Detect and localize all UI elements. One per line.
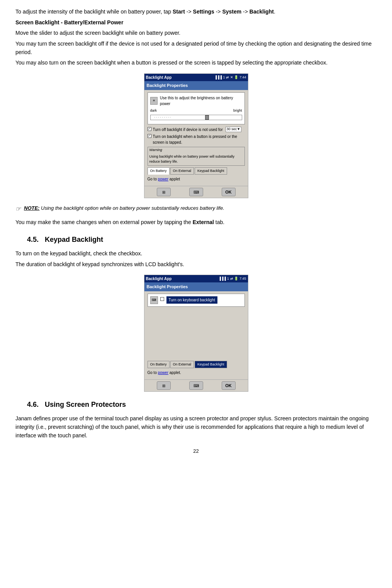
ok-btn-1[interactable]: OK xyxy=(222,188,236,196)
slider-thumb[interactable] xyxy=(205,115,209,120)
external-power-text: You may make the same changes when on ex… xyxy=(15,218,377,227)
start-btn-2[interactable]: ⊞ xyxy=(157,381,171,390)
device-blue-header-1: Backlight Properties xyxy=(144,81,248,90)
intro-arrow3: -> xyxy=(241,8,249,15)
section-46-p1: Janam defines proper use of the terminal… xyxy=(15,415,377,440)
other-icons-1: ⇌ ✕ 🔋 7:44 xyxy=(226,75,246,80)
keyboard-checkbox[interactable] xyxy=(160,297,164,301)
intro-p2: You may turn the screen backlight off if… xyxy=(15,40,377,56)
external-bold: External xyxy=(193,219,214,225)
keyboard-btn-1[interactable]: ⌨ xyxy=(189,188,203,196)
empty-content-area xyxy=(148,309,245,359)
page-number: 22 xyxy=(15,447,377,455)
status-icons-1: ▐▐▐ 1 ⇌ ✕ 🔋 7:44 xyxy=(214,75,246,80)
dropdown-1[interactable]: 30 sec ▼ xyxy=(226,127,241,132)
screenshot2-container: Backlight App ▐▐▐ 1 ⇌ 🔋 7:45 Backlight P… xyxy=(15,275,377,392)
device-screenshot-1: Backlight App ▐▐▐ 1 ⇌ ✕ 🔋 7:44 Backlight… xyxy=(144,73,248,198)
device-body-2: ⌨ Turn on keyboard backlight On Battery … xyxy=(144,291,248,380)
goto-power-row-2: Go to power applet. xyxy=(148,370,245,376)
dark-bright-labels: dark bright xyxy=(150,108,242,114)
section-45-num: 4.5. xyxy=(27,235,39,245)
external-end: tab. xyxy=(214,219,224,225)
device-title-bar-2: Backlight App ▐▐▐ 1 ⇌ 🔋 7:45 xyxy=(144,275,248,282)
checkbox-row-2: ✓ Turn on backlight when a button is pre… xyxy=(148,134,245,145)
checkbox-2[interactable]: ✓ xyxy=(148,134,151,138)
tab-on-external-1[interactable]: On External xyxy=(170,167,194,175)
intro-bold-settings: Settings xyxy=(193,8,214,15)
intro-bold-start: Start xyxy=(173,8,185,15)
section-46-heading-row: 4.6. Using Screen Protectors xyxy=(15,399,377,410)
slider-dots: · · · · · · · · · xyxy=(152,115,173,120)
status-icons-2: ▐▐▐ 1 ⇌ 🔋 7:45 xyxy=(219,276,246,282)
device-bottom-bar-2: ⊞ ⌨ OK xyxy=(144,379,248,391)
note-text-block: NOTE: Using the backlight option while o… xyxy=(24,204,224,212)
tab-on-battery-1[interactable]: On Battery xyxy=(148,167,170,175)
section-46-num: 4.6. xyxy=(27,399,39,410)
intro-arrow1: -> xyxy=(185,8,193,15)
brightness-slider[interactable]: · · · · · · · · · xyxy=(150,115,242,120)
intro-p1: Move the slider to adjust the screen bac… xyxy=(15,29,377,37)
external-text-start: You may make the same changes when on ex… xyxy=(15,219,193,225)
brightness-section: ☀ Use this to adjust the brightness on b… xyxy=(148,92,245,125)
screen-backlight-heading: Screen Backlight - Battery/External Powe… xyxy=(15,19,377,27)
warning-box: Warning Using backlight while on battery… xyxy=(148,147,245,166)
ok-btn-2[interactable]: OK xyxy=(222,381,236,390)
dropdown-1-value: 30 sec xyxy=(227,127,237,132)
note-text: Using the backlight option while on batt… xyxy=(39,205,224,211)
device-screenshot-2: Backlight App ▐▐▐ 1 ⇌ 🔋 7:45 Backlight P… xyxy=(144,275,248,392)
dark-label: dark xyxy=(150,108,157,114)
intro-text-start: To adjust the intensity of the backlight… xyxy=(15,8,173,15)
checkbox-2-label: Turn on backlight when a button is press… xyxy=(153,134,245,145)
start-btn-1[interactable]: ⊞ xyxy=(157,188,171,196)
section-label-row: ☀ Use this to adjust the brightness on b… xyxy=(150,95,242,107)
warning-title: Warning xyxy=(148,147,244,153)
tab-on-battery-2[interactable]: On Battery xyxy=(148,361,170,369)
intro-bold-system: System xyxy=(222,8,241,15)
tab-keypad-backlight-2[interactable]: Keypad Backlight xyxy=(195,361,227,369)
other-icons-2: ⇌ 🔋 7:45 xyxy=(230,276,246,282)
section-45-heading: Keypad Backlight xyxy=(45,235,103,245)
keyboard-checkbox-row: ⌨ Turn on keyboard backlight xyxy=(150,296,242,304)
device-body-1: ☀ Use this to adjust the brightness on b… xyxy=(144,90,248,186)
battery-num-2: 1 xyxy=(227,276,229,282)
warning-text: Using backlight while on battery power w… xyxy=(148,153,244,165)
goto-power-link-1[interactable]: power xyxy=(158,177,168,181)
tab-bar-2: On Battery On External Keypad Backlight xyxy=(148,361,245,369)
keyboard-label: Turn on keyboard backlight xyxy=(166,296,217,304)
app-name-2: Backlight App xyxy=(146,276,172,282)
keyboard-icon: ⌨ xyxy=(150,296,158,304)
tab-bar-1: On Battery On External Keypad Backlight xyxy=(148,167,245,175)
brightness-icon: ☀ xyxy=(150,97,158,105)
app-name-1: Backlight App xyxy=(146,75,172,80)
battery-num-1: 1 xyxy=(223,75,225,80)
intro-line1: To adjust the intensity of the backlight… xyxy=(15,8,377,16)
intro-bold-backlight: Backlight xyxy=(249,8,274,15)
tab-keypad-backlight-1[interactable]: Keypad Backlight xyxy=(195,167,227,175)
section-label-text: Use this to adjust the brightness on bat… xyxy=(160,95,242,107)
dropdown-arrow-icon: ▼ xyxy=(237,127,240,132)
note-label: NOTE: xyxy=(24,205,39,211)
device-title-bar-1: Backlight App ▐▐▐ 1 ⇌ ✕ 🔋 7:44 xyxy=(144,74,248,81)
tab-on-external-2[interactable]: On External xyxy=(170,361,194,369)
keyboard-section: ⌨ Turn on keyboard backlight xyxy=(148,294,245,307)
section-46-heading: Using Screen Protectors xyxy=(45,399,126,410)
goto-power-row-1: Go to power applet xyxy=(148,176,245,182)
intro-p3: You may also turn on the screen backligh… xyxy=(15,59,377,67)
keyboard-btn-2[interactable]: ⌨ xyxy=(189,381,203,390)
intro-arrow2: -> xyxy=(214,8,222,15)
note-icon: ☞ xyxy=(15,204,21,214)
checkbox-row-1: ✓ Turn off backlight if device is not us… xyxy=(148,127,245,133)
goto-power-link-2[interactable]: power xyxy=(158,370,168,375)
intro-period: . xyxy=(274,8,275,15)
device-bottom-bar-1: ⊞ ⌨ OK xyxy=(144,186,248,198)
checkbox-1[interactable]: ✓ xyxy=(148,127,151,131)
bright-label: bright xyxy=(233,108,242,114)
signal-icon-1: ▐▐▐ xyxy=(214,75,222,80)
section-45-p1: To turn on the keypad backlight, check t… xyxy=(15,250,377,258)
signal-icon-2: ▐▐▐ xyxy=(219,276,226,282)
screenshot1-container: Backlight App ▐▐▐ 1 ⇌ ✕ 🔋 7:44 Backlight… xyxy=(15,73,377,198)
note-row: ☞ NOTE: Using the backlight option while… xyxy=(15,204,377,214)
section-45-p2: The duration of backlight of keypad sync… xyxy=(15,260,377,269)
device-blue-header-2: Backlight Properties xyxy=(144,282,248,291)
section-45-heading-row: 4.5. Keypad Backlight xyxy=(15,235,377,245)
